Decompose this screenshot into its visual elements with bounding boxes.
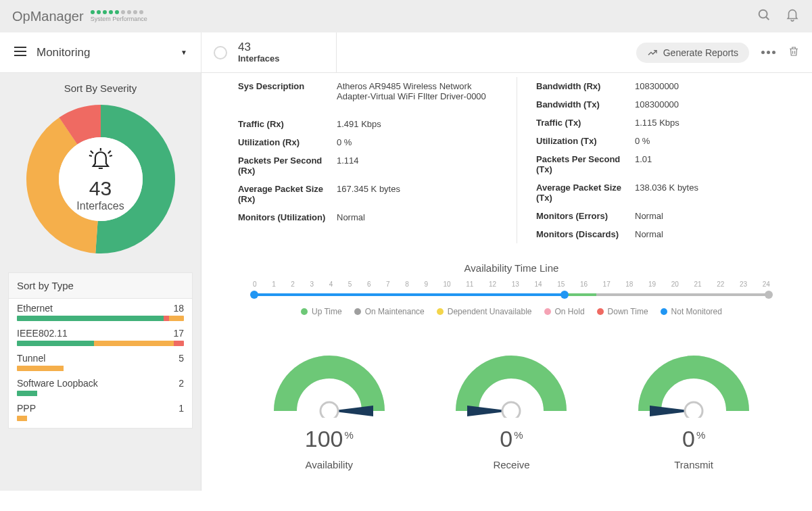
detail-key: Average Packet Size (Tx) [536, 182, 635, 203]
detail-key: Average Packet Size (Rx) [238, 184, 337, 204]
detail-value: 1.115 Kbps [635, 118, 785, 128]
detail-value: Atheros AR9485 Wireless Network Adapter-… [337, 81, 487, 101]
topbar: OpManager System Performance [0, 0, 812, 32]
timeline-legend: Up Time On Maintenance Dependent Unavail… [238, 307, 785, 316]
legend-hold: On Hold [555, 307, 585, 316]
detail-key: Monitors (Utilization) [238, 212, 337, 222]
detail-value: 0 % [337, 137, 487, 147]
more-menu-button[interactable] [761, 51, 775, 54]
status-count: 43 [238, 41, 279, 54]
gauge-receive: 0% Receive [454, 343, 569, 470]
gauge-value: 100 [305, 426, 343, 452]
alarm-bell-icon [83, 146, 117, 170]
gauge-transmit: 0% Transmit [636, 343, 751, 470]
detail-key: Packets Per Second (Rx) [238, 155, 337, 176]
detail-key: Utilization (Tx) [536, 136, 635, 146]
sort-by-type-panel: Sort by Type Ethernet18 IEEE802.1117 Tun… [8, 272, 193, 429]
detail-value: 0 % [635, 136, 785, 146]
legend-down: Down Time [608, 307, 648, 316]
type-row-tunnel[interactable]: Tunnel5 [9, 349, 192, 374]
nav-monitoring-dropdown[interactable]: Monitoring ▼ [0, 32, 201, 72]
detail-key: Utilization (Rx) [238, 137, 337, 147]
detail-key: Bandwidth (Rx) [536, 81, 635, 91]
type-count: 5 [178, 353, 184, 364]
detail-value: Normal [635, 211, 785, 221]
main-panel: Sys DescriptionAtheros AR9485 Wireless N… [201, 73, 812, 491]
svg-line-15 [89, 155, 91, 156]
gauge-value: 0 [500, 426, 512, 452]
detail-value: Normal [337, 212, 487, 222]
svg-point-21 [502, 402, 520, 418]
detail-value: 1.114 [337, 155, 487, 176]
status-label: Interfaces [238, 53, 279, 64]
caret-down-icon: ▼ [181, 49, 187, 56]
detail-key: Traffic (Tx) [536, 118, 635, 128]
trash-icon[interactable] [788, 45, 800, 61]
severity-count: 43 [76, 177, 124, 200]
gauge-unit: % [345, 429, 354, 441]
type-row-ieee80211[interactable]: IEEE802.1117 [9, 324, 192, 349]
detail-value: 138.036 K bytes [635, 182, 785, 203]
search-icon[interactable] [757, 7, 771, 25]
type-name: Software Loopback [17, 378, 98, 389]
detail-key: Bandwidth (Tx) [536, 99, 635, 110]
availability-title: Availability Time Line [238, 262, 785, 274]
sidebar: Sort By Severity [0, 73, 201, 491]
gauges-row: 100% Availability 0% Receive [238, 343, 785, 470]
brand-logo: OpManager [12, 9, 84, 24]
type-row-ppp[interactable]: PPP1 [9, 399, 192, 428]
header-row: Monitoring ▼ 43 Interfaces Generate Repo… [0, 32, 812, 73]
availability-timeline[interactable]: 0123456789101112131415161718192021222324 [253, 281, 770, 296]
severity-label: Interfaces [76, 200, 124, 212]
system-performance: System Performance [91, 10, 147, 22]
type-row-ethernet[interactable]: Ethernet18 [9, 299, 192, 324]
type-count: 17 [173, 328, 184, 339]
perf-label: System Performance [91, 16, 147, 22]
gauge-unit: % [696, 429, 705, 441]
detail-value: 108300000 [635, 81, 785, 91]
detail-key: Traffic (Rx) [238, 119, 337, 129]
gauge-unit: % [514, 429, 523, 441]
bell-icon[interactable] [785, 7, 800, 25]
detail-key: Monitors (Errors) [536, 211, 635, 221]
svg-line-13 [90, 151, 93, 153]
interface-status: 43 Interfaces [201, 32, 337, 72]
svg-point-23 [685, 402, 702, 418]
type-row-loopback[interactable]: Software Loopback2 [9, 374, 192, 399]
legend-notmon: Not Monitored [671, 307, 722, 316]
type-count: 2 [178, 378, 184, 389]
type-count: 1 [178, 403, 184, 414]
type-count: 18 [173, 303, 184, 314]
type-name: IEEE802.11 [17, 328, 68, 339]
generate-reports-button[interactable]: Generate Reports [636, 43, 749, 63]
detail-value: 167.345 K bytes [337, 184, 487, 204]
detail-key: Sys Description [238, 81, 337, 101]
svg-line-16 [109, 155, 112, 156]
chart-icon [647, 47, 658, 58]
nav-label: Monitoring [37, 46, 181, 59]
svg-line-1 [766, 17, 769, 20]
svg-line-14 [108, 151, 110, 153]
detail-key: Packets Per Second (Tx) [536, 154, 635, 174]
legend-uptime: Up Time [312, 307, 342, 316]
gauge-label: Transmit [636, 459, 751, 470]
hamburger-icon [14, 46, 27, 59]
detail-value: 1.491 Kbps [337, 119, 487, 129]
detail-value: 1.01 [635, 154, 785, 174]
severity-title: Sort By Severity [8, 82, 193, 94]
interface-details: Sys DescriptionAtheros AR9485 Wireless N… [238, 77, 785, 243]
generate-reports-label: Generate Reports [663, 47, 738, 58]
status-circle-icon [214, 46, 227, 59]
detail-key: Monitors (Discards) [536, 229, 635, 239]
detail-value: Normal [635, 229, 785, 239]
gauge-label: Availability [272, 459, 387, 470]
svg-point-19 [320, 402, 338, 418]
type-name: PPP [17, 403, 36, 414]
type-name: Ethernet [17, 303, 53, 314]
gauge-label: Receive [454, 459, 569, 470]
severity-donut-chart[interactable]: 43 Interfaces [21, 99, 181, 259]
legend-maint: On Maintenance [365, 307, 425, 316]
sort-by-type-title: Sort by Type [9, 273, 192, 299]
gauge-availability: 100% Availability [272, 343, 387, 470]
legend-dep: Dependent Unavailable [448, 307, 532, 316]
